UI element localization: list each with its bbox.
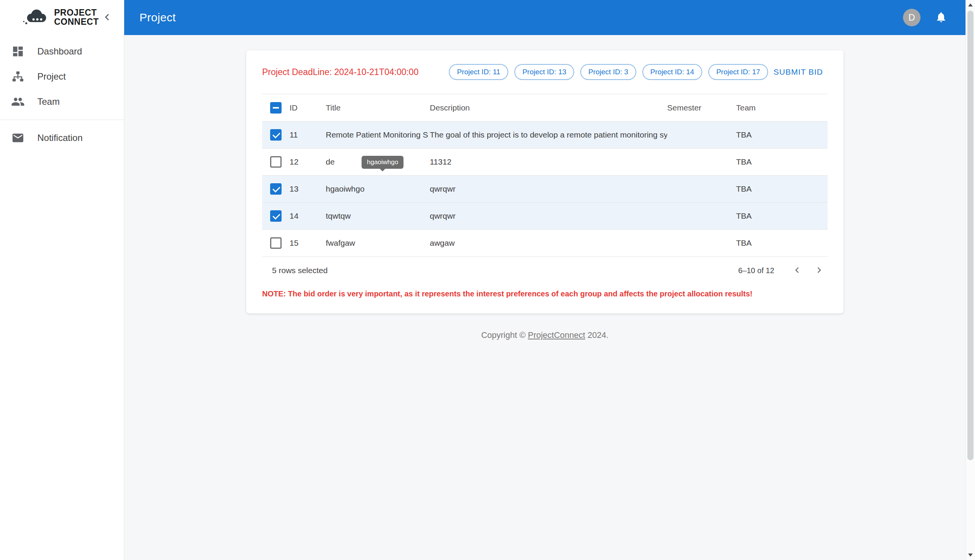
sidebar-nav: Dashboard Project — [0, 35, 124, 150]
row-checkbox[interactable] — [270, 183, 282, 195]
chevron-left-icon — [101, 11, 113, 25]
appbar-actions: D — [903, 8, 950, 27]
cell-title: Remote Patient Monitoring S — [326, 130, 430, 140]
row-checkbox[interactable] — [270, 129, 282, 140]
projects-table: ID Title Description Semester Team 11 Re… — [262, 94, 828, 284]
bell-icon — [935, 11, 947, 24]
column-header-id: ID — [290, 103, 326, 112]
project-id-chip[interactable]: Project ID: 14 — [642, 64, 702, 80]
cell-title: fwafgaw — [326, 238, 430, 248]
row-checkbox-cell — [262, 237, 290, 249]
bid-order-chips: Project ID: 11 Project ID: 13 Project ID… — [449, 64, 768, 80]
sidebar: PROJECT CONNECT Dashboard — [0, 0, 124, 560]
row-checkbox-cell — [262, 183, 290, 195]
brand-line2: CONNECT — [54, 18, 99, 27]
pagination-range-text: 6–10 of 12 — [738, 266, 774, 275]
bid-order-note: NOTE: The bid order is very important, a… — [262, 290, 828, 298]
brand-line1: PROJECT — [54, 8, 99, 18]
table-header-row: ID Title Description Semester Team — [262, 94, 828, 122]
row-checkbox-cell — [262, 129, 290, 140]
sidebar-header: PROJECT CONNECT — [0, 0, 124, 35]
project-id-chip[interactable]: Project ID: 3 — [580, 64, 636, 80]
cell-id: 13 — [290, 184, 326, 193]
sidebar-divider — [0, 120, 124, 120]
cell-team: TBA — [736, 157, 828, 167]
cell-description: qwrqwr — [430, 184, 667, 193]
sidebar-item-project[interactable]: Project — [0, 64, 124, 89]
content: Project DeadLine: 2024-10-21T04:00:00 Pr… — [124, 35, 965, 560]
brand-logo: PROJECT CONNECT — [22, 8, 99, 27]
copyright-suffix: 2024. — [585, 330, 608, 340]
cell-id: 15 — [290, 238, 326, 248]
page-title: Project — [140, 11, 176, 24]
sidebar-item-label: Project — [37, 71, 66, 82]
cell-team: TBA — [736, 238, 828, 248]
project-connect-link[interactable]: ProjectConnect — [528, 330, 585, 340]
row-checkbox-cell — [262, 156, 290, 168]
row-checkbox[interactable] — [270, 210, 282, 222]
app-root: PROJECT CONNECT Dashboard — [0, 0, 975, 560]
project-id-chip[interactable]: Project ID: 13 — [514, 64, 574, 80]
vertical-scrollbar[interactable] — [965, 0, 975, 560]
project-tree-icon — [11, 69, 25, 84]
cell-id: 12 — [290, 157, 326, 167]
pagination: 6–10 of 12 — [738, 262, 828, 279]
select-all-checkbox[interactable] — [270, 102, 282, 113]
project-id-chip[interactable]: Project ID: 17 — [708, 64, 768, 80]
table-row[interactable]: 12 de 11312 TBA — [262, 148, 828, 176]
next-page-button[interactable] — [811, 262, 828, 279]
scroll-down-arrow[interactable] — [966, 550, 975, 560]
cloud-logo-icon — [22, 8, 50, 27]
column-header-title: Title — [326, 103, 430, 112]
cell-team: TBA — [736, 184, 828, 193]
triangle-up-icon — [968, 3, 973, 7]
sidebar-item-label: Dashboard — [37, 46, 82, 57]
previous-page-button[interactable] — [789, 262, 805, 279]
notifications-button[interactable] — [932, 8, 950, 27]
chevron-right-icon — [813, 264, 825, 277]
table-row[interactable]: 15 fwafgaw awgaw TBA — [262, 230, 828, 257]
sidebar-item-label: Notification — [37, 133, 83, 143]
row-checkbox-cell — [262, 210, 290, 222]
table-row[interactable]: 11 Remote Patient Monitoring S The goal … — [262, 122, 828, 148]
triangle-down-icon — [968, 553, 973, 557]
team-icon — [11, 95, 25, 109]
cell-team: TBA — [736, 212, 828, 220]
copyright-prefix: Copyright © — [481, 330, 528, 340]
cell-description: awgaw — [430, 238, 667, 248]
brand-name: PROJECT CONNECT — [54, 8, 99, 27]
sidebar-item-label: Team — [37, 97, 60, 107]
cell-id: 14 — [290, 212, 326, 220]
table-row[interactable]: 13 hgaoiwhgo qwrqwr TBA — [262, 176, 828, 203]
bid-card: Project DeadLine: 2024-10-21T04:00:00 Pr… — [246, 50, 843, 313]
sidebar-item-team[interactable]: Team — [0, 89, 124, 114]
table-footer: 5 rows selected 6–10 of 12 — [262, 257, 828, 284]
submit-bid-button[interactable]: SUBMIT BID — [769, 63, 828, 80]
chevron-left-icon — [792, 264, 803, 277]
project-id-chip[interactable]: Project ID: 11 — [449, 64, 508, 80]
sidebar-item-notification[interactable]: Notification — [0, 125, 124, 150]
scroll-up-arrow[interactable] — [966, 0, 975, 10]
copyright: Copyright © ProjectConnect 2024. — [124, 330, 965, 340]
avatar[interactable]: D — [903, 9, 920, 26]
project-deadline-text: Project DeadLine: 2024-10-21T04:00:00 — [262, 67, 418, 77]
column-header-description: Description — [430, 103, 667, 112]
appbar: Project D — [124, 0, 965, 35]
row-checkbox[interactable] — [270, 237, 282, 249]
row-checkbox[interactable] — [270, 156, 282, 168]
tooltip: hgaoiwhgo — [362, 156, 403, 169]
sidebar-collapse-button[interactable] — [99, 9, 115, 26]
table-row[interactable]: 14 tqwtqw qwrqwr TBA — [262, 203, 828, 230]
cell-description: qwrqwr — [430, 212, 667, 220]
cell-description: 11312 — [430, 157, 667, 167]
column-header-team: Team — [736, 103, 828, 112]
cell-team: TBA — [736, 130, 828, 140]
cell-id: 11 — [290, 130, 326, 140]
sidebar-item-dashboard[interactable]: Dashboard — [0, 39, 124, 64]
scrollbar-thumb[interactable] — [967, 11, 973, 460]
cell-description: The goal of this project is to develop a… — [430, 130, 667, 140]
cell-title: tqwtqw — [326, 212, 430, 220]
main-area: Project D Project DeadLine: 2024-10-21T0… — [124, 0, 965, 560]
rows-selected-text: 5 rows selected — [272, 266, 328, 275]
header-checkbox-cell — [262, 102, 290, 113]
